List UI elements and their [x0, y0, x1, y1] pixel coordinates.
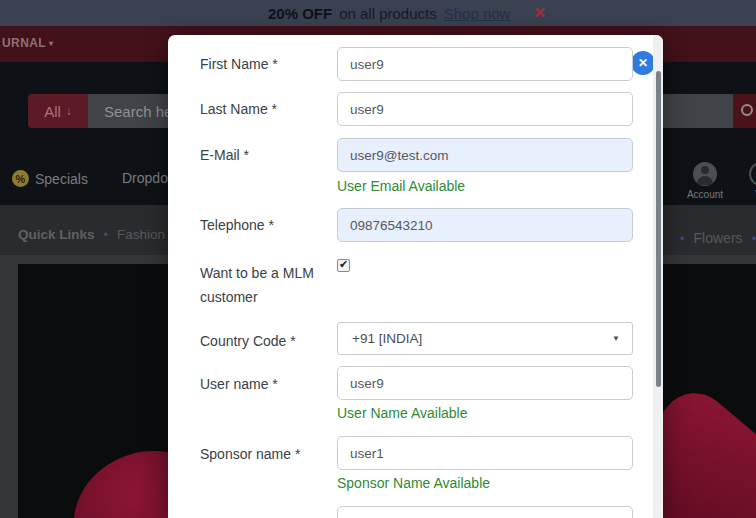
first-name-label: First Name * — [200, 54, 326, 74]
category-label: All — [44, 103, 61, 120]
email-field[interactable] — [337, 138, 633, 172]
username-label: User name * — [200, 374, 326, 394]
sponsor-availability-status: Sponsor Name Available — [337, 475, 490, 491]
search-icon — [741, 104, 753, 116]
next-field-partial[interactable] — [337, 506, 633, 518]
heart-icon: ♡ — [749, 162, 756, 186]
promo-offer-text: 20% OFF — [268, 5, 332, 22]
modal-scrollbar-track — [653, 35, 663, 518]
shop-now-link[interactable]: Shop now — [444, 5, 511, 22]
chevron-down-icon: ▼ — [612, 334, 620, 343]
bullet-icon: • — [680, 231, 685, 246]
arrow-down-icon: ↓ — [66, 104, 72, 118]
quick-link-flowers[interactable]: Flowers — [694, 230, 743, 246]
telephone-field[interactable] — [337, 208, 633, 242]
chevron-down-icon: ▾ — [49, 39, 53, 48]
account-label: Account — [687, 189, 723, 200]
promo-close-icon[interactable]: ✕ — [533, 4, 546, 22]
country-code-select[interactable]: +91 [INDIA] ▼ — [337, 322, 633, 355]
promo-text: on all products — [339, 5, 437, 22]
bullet-icon: • — [752, 231, 756, 246]
category-dropdown-button[interactable]: All ↓ — [28, 94, 88, 128]
quick-link-fashion[interactable]: Fashion — [117, 227, 165, 242]
sponsor-name-label: Sponsor name * — [200, 444, 326, 464]
specials-label: Specials — [35, 171, 88, 187]
last-name-label: Last Name * — [200, 99, 326, 119]
brand-menu[interactable]: URNAL ▾ — [2, 36, 53, 50]
mlm-customer-checkbox[interactable] — [337, 259, 350, 272]
email-label: E-Mail * — [200, 145, 326, 165]
nav-item-specials[interactable]: % Specials — [12, 170, 88, 187]
sponsor-name-field[interactable] — [337, 436, 633, 470]
search-button[interactable] — [733, 94, 756, 128]
email-availability-status: User Email Available — [337, 178, 465, 194]
account-icon — [693, 162, 717, 186]
country-code-label: Country Code * — [200, 331, 326, 351]
account-button[interactable]: Account — [682, 162, 728, 200]
first-name-field[interactable] — [337, 47, 633, 81]
modal-close-button[interactable]: ✕ — [631, 51, 655, 75]
promo-banner: 20% OFF on all products Shop now ✕ — [0, 0, 756, 26]
mlm-customer-label: Want to be a MLM customer — [200, 261, 326, 309]
bullet-icon: • — [104, 227, 109, 242]
telephone-label: Telephone * — [200, 215, 326, 235]
modal-scrollbar-thumb[interactable] — [656, 71, 661, 387]
close-icon: ✕ — [638, 56, 648, 70]
percent-icon: % — [12, 170, 29, 187]
username-availability-status: User Name Available — [337, 405, 467, 421]
username-field[interactable] — [337, 366, 633, 400]
country-code-value: +91 [INDIA] — [352, 331, 422, 346]
wishlist-button[interactable]: ♡ Wi — [738, 162, 756, 200]
registration-modal: ✕ First Name * Last Name * E-Mail * User… — [168, 35, 663, 518]
brand-label: URNAL — [2, 36, 46, 50]
quick-links-title: Quick Links — [18, 227, 95, 242]
last-name-field[interactable] — [337, 92, 633, 126]
